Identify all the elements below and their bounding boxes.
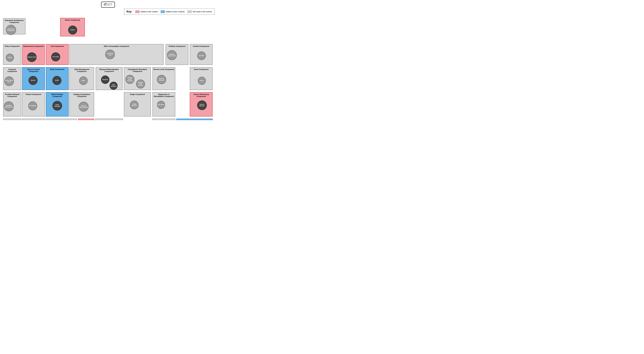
node-defect: Defect (68, 25, 77, 34)
node-run-book-label: Run Book (158, 104, 164, 106)
page: IT4IT Key Added in this context Added in… (0, 0, 216, 10)
node-subscription-label: Sub-scription (110, 84, 117, 87)
node-policy-label: Policy (8, 57, 12, 58)
node-chargeback-record: Charge-back Record (136, 80, 145, 88)
comp-policy-title: Policy Component (4, 45, 20, 47)
comp-proposal-title: Proposal Component (4, 68, 21, 72)
node-build-label: Build (55, 80, 59, 81)
comp-offer-consumption-title: Offer Consumption Component (103, 45, 130, 47)
node-subscription: Sub-scription (110, 82, 118, 90)
node-source-label: Source (31, 80, 36, 81)
comp-build-pkg-title: Build Package Component (46, 93, 68, 97)
node-requirement: Require-ment (27, 52, 36, 62)
node-usage-record-label: Usage Record (130, 103, 138, 107)
comp-offer-consumption: Offer Consumption Component (70, 44, 164, 65)
node-service-monitor: Service Monitor (197, 100, 207, 110)
logo-it2: IT (109, 2, 112, 6)
comp-sla-title: Service Level Component (153, 68, 175, 70)
node-service-contract: Service Contract (157, 75, 166, 84)
logo-four: 4 (107, 3, 109, 6)
comp-chargeback-title: Chargeback/ Showback Component (124, 68, 150, 72)
node-shopping-cart: Shopping Cart (105, 50, 115, 59)
node-source: Source (28, 76, 38, 85)
comp-svc-design-title: Service Design Component (22, 120, 44, 120)
node-build-package: Build Package (52, 101, 62, 111)
comp-diagnostics-title: Diagnostics & Remediation Component (153, 93, 175, 97)
node-portfolio-backlog-label: Portfolio Backlog Item (4, 105, 14, 108)
node-portfolio-backlog: Portfolio Backlog Item (4, 101, 14, 111)
comp-build-title: Build Component (50, 68, 65, 70)
comp-svc-portfolio-title: Service Portfolio Component (4, 120, 21, 120)
key-swatch-pink (135, 10, 140, 13)
key-item-blue: Added in prior contexts (160, 10, 185, 13)
node-run-book: Run Book (157, 101, 165, 109)
comp-project-title: Project Component (25, 93, 42, 95)
node-problem-label: Problem, Known Error (167, 54, 176, 57)
comp-config-mgmt-title: Configuration Management Component (178, 120, 211, 120)
key-swatch-gray (188, 10, 192, 13)
node-build: Build (52, 76, 62, 85)
comp-fulfillment-request: Fulfillment Request (78, 119, 94, 120)
node-request: Request (101, 75, 110, 84)
node-service-contract-label: Service Contract (157, 78, 166, 81)
key-label-blue: Added in prior contexts (166, 11, 185, 13)
node-enterprise-arch: Enterprise Architecture (6, 25, 16, 35)
comp-fulfillment-execution: Fulfillment Execution Component (95, 119, 123, 120)
comp-usage-title: Usage Component (129, 93, 146, 95)
node-test-case-label: Test Case (52, 56, 59, 58)
comp-fulfillment-request-title: Fulfillment Request (78, 120, 94, 120)
comp-requirement-title: Requirement Component (23, 45, 44, 47)
logo: IT4IT (101, 1, 115, 8)
key-label-pink: Added in this context (140, 11, 158, 13)
comp-change-control-title: Change Control Component (153, 120, 175, 120)
comp-ea-title: Enterprise Architecture Component (4, 19, 25, 23)
node-policy: Policy (6, 54, 14, 62)
comp-change-control: Change Control Component (152, 119, 175, 120)
comp-offer-mgmt-title: Offer Management Component (70, 68, 94, 72)
node-chargeback-record-label: Charge-back Record (136, 82, 145, 86)
comp-portfolio-demand-title: Portfolio Demand Component (4, 93, 21, 97)
node-chargeback-contract: Charge-back Contract (126, 75, 134, 84)
comp-svc-portfolio: Service Portfolio Component (3, 119, 21, 120)
key-swatch-blue (160, 10, 165, 13)
key-item-gray: Not used in this context (188, 10, 212, 13)
comp-req-rationalization-title: Request Rationalization Component (96, 68, 122, 72)
node-test-case: Test Case (51, 52, 60, 61)
comp-svc-design: Service Design Component (22, 119, 45, 120)
comp-source-control-title: Source Control Component (22, 68, 44, 72)
logo-area: IT4IT (2, 1, 214, 8)
node-requirement-label: Require-ment (27, 56, 36, 58)
node-usage-record: Usage Record (130, 101, 138, 109)
comp-incident-title: Incident Component (192, 45, 210, 47)
node-problem: Problem, Known Error (167, 50, 177, 60)
node-offer: Offer (79, 76, 88, 85)
node-event: Event (198, 77, 206, 85)
comp-event-title: Event Component (193, 68, 209, 70)
comp-test-title: Test Component (50, 45, 64, 47)
key-label-gray: Not used in this context (193, 11, 212, 13)
node-shopping-cart-label: Shopping Cart (106, 53, 114, 56)
comp-fulfillment-execution-title: Fulfillment Execution Component (96, 120, 123, 120)
node-svc-catalog-entry: Service Catalog Entry (79, 102, 88, 112)
node-it-initiative: IT Initiative (28, 101, 37, 110)
node-service-monitor-label: Service Monitor (198, 104, 206, 107)
node-scope-agreement-label: Scope Agree-ment (5, 80, 14, 83)
key-title: Key (126, 10, 132, 13)
node-defect-label: Defect (70, 29, 75, 31)
node-incident-label: Incident (199, 55, 204, 57)
node-scope-agreement: Scope Agree-ment (4, 76, 14, 86)
node-chargeback-contract-label: Charge-back Contract (126, 77, 134, 82)
node-enterprise-arch-label: Enterprise Architecture (6, 28, 16, 31)
node-offer-label: Offer (82, 80, 85, 82)
node-svc-catalog-entry-label: Service Catalog Entry (79, 105, 88, 108)
logo-it1: IT (104, 2, 107, 6)
key-box: Key Added in this context Added in prior… (124, 8, 214, 15)
comp-release-composition: Release Composition Component (46, 119, 77, 120)
comp-catalog-title: Catalog Composition Component (70, 93, 94, 97)
comp-release-composition-title: Release Composition Component (47, 120, 76, 120)
node-build-package-label: Build Package (53, 104, 62, 107)
node-incident: Incident (197, 51, 206, 60)
key-item-pink: Added in this context (135, 10, 158, 13)
node-event-label: Event (200, 80, 204, 82)
comp-service-monitoring-title: Service Monitoring Component (190, 93, 212, 97)
